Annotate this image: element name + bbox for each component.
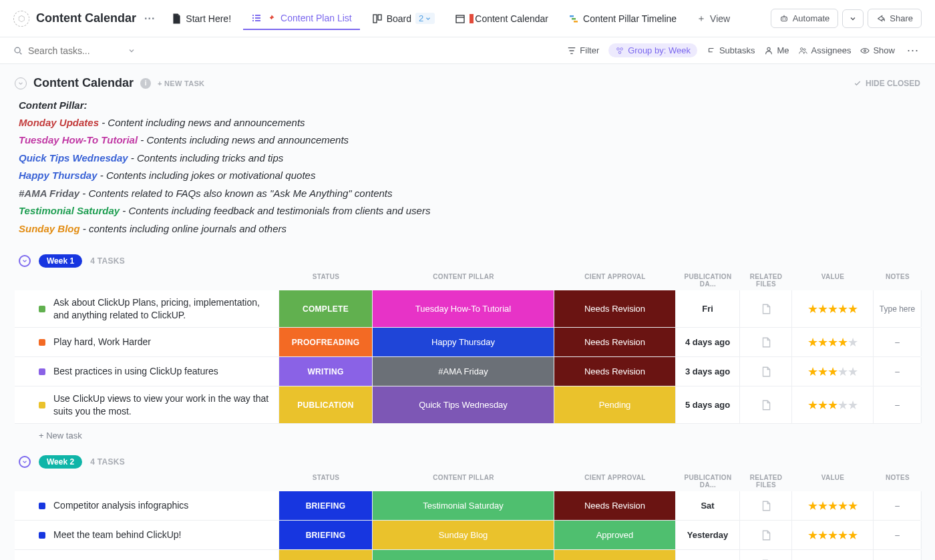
pillar-cell[interactable]: Testimonial Saturday — [373, 550, 554, 560]
status-cell[interactable]: COMPLETE — [279, 290, 373, 327]
col-files[interactable]: RELATED FILES — [740, 471, 792, 491]
status-cell[interactable]: WRITING — [279, 357, 373, 386]
task-title-cell[interactable]: Client testimonials halfway 2022. — [15, 550, 279, 560]
pillar-cell[interactable]: Quick Tips Wednesday — [373, 386, 554, 423]
value-cell[interactable]: ★★★★★ — [792, 550, 874, 560]
files-cell[interactable] — [740, 328, 792, 356]
col-pubdate[interactable]: PUBLICATION DA... — [676, 471, 740, 491]
filter-button[interactable]: Filter — [567, 45, 599, 55]
task-row[interactable]: Ask about ClickUp Plans, pricing, implem… — [15, 290, 920, 328]
value-cell[interactable]: ★★★★★ — [792, 386, 874, 423]
col-approval[interactable]: CIENT APPROVAL — [554, 471, 676, 491]
view-content-calendar[interactable]: Content Calendar — [447, 8, 556, 29]
approval-cell[interactable]: Needs Revision — [554, 491, 676, 520]
add-view-button[interactable]: ＋ View — [689, 7, 738, 30]
col-status[interactable]: STATUS — [279, 270, 373, 290]
col-pubdate[interactable]: PUBLICATION DA... — [676, 270, 740, 290]
approval-cell[interactable]: Needs Revision — [554, 328, 676, 356]
files-cell[interactable] — [740, 550, 792, 560]
pubdate-cell[interactable]: Fri — [676, 290, 740, 327]
task-row[interactable]: Play hard, Work Harder PROOFREADING Happ… — [15, 328, 920, 357]
new-task-button[interactable]: + New task — [15, 424, 920, 441]
task-row[interactable]: Client testimonials halfway 2022. PUBLIC… — [15, 550, 920, 560]
notes-cell[interactable]: – — [874, 386, 922, 423]
new-task-button[interactable]: + NEW TASK — [158, 79, 204, 87]
task-title-cell[interactable]: Best practices in using ClickUp features — [15, 357, 279, 386]
status-cell[interactable]: PROOFREADING — [279, 328, 373, 356]
pillar-cell[interactable]: Testimonial Saturday — [373, 491, 554, 520]
col-status[interactable]: STATUS — [279, 471, 373, 491]
status-cell[interactable]: BRIEFING — [279, 491, 373, 520]
pillar-cell[interactable]: Sunday Blog — [373, 521, 554, 549]
task-row[interactable]: Meet the team behind ClickUp! BRIEFING S… — [15, 521, 920, 550]
col-pillar[interactable]: CONTENT PILLAR — [373, 471, 554, 491]
pubdate-cell[interactable]: Sat — [676, 491, 740, 520]
status-cell[interactable]: BRIEFING — [279, 521, 373, 549]
pillar-cell[interactable]: #AMA Friday — [373, 357, 554, 386]
task-row[interactable]: Competitor analysis infographics BRIEFIN… — [15, 491, 920, 521]
task-title-cell[interactable]: Competitor analysis infographics — [15, 491, 279, 520]
col-files[interactable]: RELATED FILES — [740, 270, 792, 290]
task-title-cell[interactable]: Play hard, Work Harder — [15, 328, 279, 356]
files-cell[interactable] — [740, 357, 792, 386]
hide-closed-button[interactable]: HIDE CLOSED — [853, 79, 920, 88]
task-title-cell[interactable]: Meet the team behind ClickUp! — [15, 521, 279, 549]
approval-cell[interactable]: Pending — [554, 550, 676, 560]
value-cell[interactable]: ★★★★★ — [792, 290, 874, 327]
subtasks-button[interactable]: Subtasks — [707, 45, 755, 55]
pillar-cell[interactable]: Happy Thursday — [373, 328, 554, 356]
files-cell[interactable] — [740, 521, 792, 549]
pubdate-cell[interactable]: 4 days ago — [676, 328, 740, 356]
week-pill[interactable]: Week 1 — [39, 254, 82, 268]
col-pillar[interactable]: CONTENT PILLAR — [373, 270, 554, 290]
collapse-section-icon[interactable] — [15, 77, 27, 89]
more-icon[interactable]: ··· — [904, 43, 922, 57]
notes-cell[interactable]: – — [874, 521, 922, 549]
value-cell[interactable]: ★★★★★ — [792, 521, 874, 549]
task-row[interactable]: Use ClickUp views to view your work in t… — [15, 386, 920, 424]
space-icon[interactable]: ⬡ — [13, 11, 29, 27]
pillar-cell[interactable]: Tuesday How-To Tutorial — [373, 290, 554, 327]
info-icon[interactable]: i — [140, 78, 151, 89]
automate-dropdown[interactable] — [842, 9, 864, 28]
pubdate-cell[interactable]: Yesterday — [676, 521, 740, 549]
share-button[interactable]: Share — [868, 9, 922, 28]
automate-button[interactable]: Automate — [771, 9, 839, 28]
notes-cell[interactable]: – — [874, 491, 922, 520]
title-more-icon[interactable]: ··· — [140, 13, 159, 25]
pubdate-cell[interactable]: Sat — [676, 550, 740, 560]
collapse-group-icon[interactable] — [19, 255, 31, 267]
me-button[interactable]: Me — [764, 45, 789, 55]
task-row[interactable]: Best practices in using ClickUp features… — [15, 357, 920, 386]
notes-cell[interactable]: – — [874, 357, 922, 386]
col-notes[interactable]: NOTES — [874, 270, 922, 290]
approval-cell[interactable]: Pending — [554, 386, 676, 423]
col-notes[interactable]: NOTES — [874, 471, 922, 491]
col-approval[interactable]: CIENT APPROVAL — [554, 270, 676, 290]
pubdate-cell[interactable]: 5 days ago — [676, 386, 740, 423]
show-button[interactable]: Show — [860, 45, 895, 55]
view-board[interactable]: Board 2 — [364, 7, 443, 29]
files-cell[interactable] — [740, 491, 792, 520]
pubdate-cell[interactable]: 3 days ago — [676, 357, 740, 386]
notes-cell[interactable]: Type here — [874, 290, 922, 327]
view-pillar-timeline[interactable]: Content Pillar Timeline — [560, 8, 685, 29]
collapse-group-icon[interactable] — [19, 456, 31, 468]
status-cell[interactable]: PUBLICATION — [279, 386, 373, 423]
task-title-cell[interactable]: Ask about ClickUp Plans, pricing, implem… — [15, 290, 279, 327]
approval-cell[interactable]: Approved — [554, 521, 676, 549]
group-by-button[interactable]: Group by: Week — [608, 43, 697, 57]
task-title-cell[interactable]: Use ClickUp views to view your work in t… — [15, 386, 279, 423]
value-cell[interactable]: ★★★★★ — [792, 328, 874, 356]
search-input[interactable] — [28, 45, 122, 56]
assignees-button[interactable]: Assignees — [798, 45, 851, 55]
notes-cell[interactable]: – — [874, 550, 922, 560]
files-cell[interactable] — [740, 386, 792, 423]
week-pill[interactable]: Week 2 — [39, 455, 82, 469]
value-cell[interactable]: ★★★★★ — [792, 357, 874, 386]
status-cell[interactable]: PUBLICATION — [279, 550, 373, 560]
approval-cell[interactable]: Needs Revision — [554, 290, 676, 327]
col-value[interactable]: VALUE — [792, 471, 874, 491]
view-start-here[interactable]: Start Here! — [163, 8, 239, 29]
approval-cell[interactable]: Needs Revision — [554, 357, 676, 386]
